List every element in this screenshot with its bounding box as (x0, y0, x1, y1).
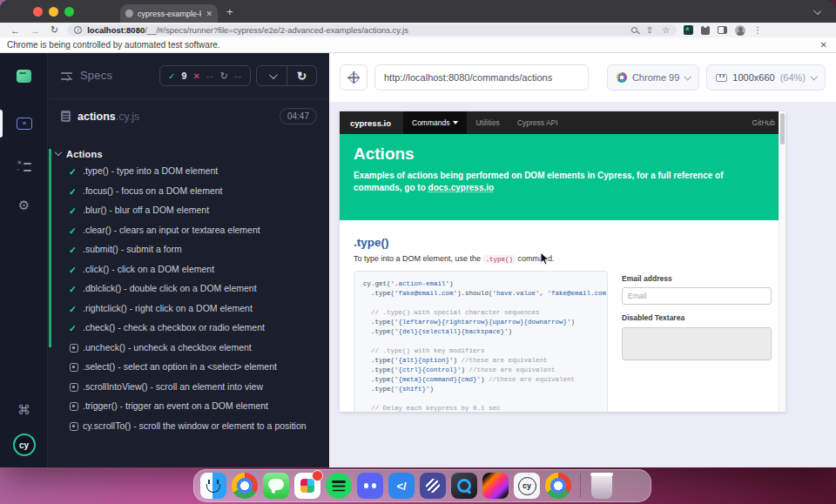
code-window-icon: ‹› (17, 118, 32, 130)
window-minimize-button[interactable] (49, 7, 58, 17)
check-icon: ✓ (69, 205, 83, 216)
rail-settings-button[interactable]: ⚙ (0, 186, 48, 225)
cypress-extension-icon[interactable] (684, 25, 693, 35)
dock-linear-icon[interactable] (420, 473, 446, 499)
test-row[interactable]: ✓.clear() - clears an input or textarea … (49, 223, 329, 243)
dock-gradient-icon[interactable] (482, 473, 509, 499)
dock-messages-icon[interactable] (263, 473, 289, 499)
aut-navbar: cypress.io Commands Utilities Cypress AP… (340, 111, 785, 134)
rail-runs-button[interactable]: ‹› (0, 104, 48, 143)
test-row[interactable]: ✓.type() - type into a DOM element (49, 164, 329, 184)
dock: </ (193, 469, 651, 502)
aut-content: .type() To type into a DOM element, use … (340, 220, 785, 412)
viewport-select[interactable]: 1000x660 (64%) (706, 64, 826, 91)
browser-menu-icon[interactable]: ⋮ (753, 25, 762, 35)
window-close-button[interactable] (33, 7, 43, 17)
desktop: cypress-example-kitchensink ✕ + ← → ↻ i … (0, 0, 836, 504)
test-label: .click() - click on a DOM element (83, 262, 214, 276)
runner-stage: cypress.io Commands Utilities Cypress AP… (329, 102, 836, 467)
check-icon: ✓ (69, 225, 83, 236)
test-row[interactable]: .select() - select an option in a <selec… (49, 360, 329, 380)
collapse-all-button[interactable] (257, 66, 287, 85)
email-field[interactable] (622, 287, 772, 305)
browser-select[interactable]: Chrome 99 (607, 64, 699, 91)
test-rows: ✓.type() - type into a DOM element✓.focu… (49, 164, 329, 438)
nav-cypress-api[interactable]: Cypress API (509, 111, 567, 134)
rail-shortcuts-button[interactable]: ⌘ (0, 391, 48, 429)
tab-search-chevron-icon[interactable] (813, 7, 821, 15)
rail-debug-button[interactable] (0, 148, 48, 186)
docs-link[interactable]: docs.cypress.io (428, 183, 495, 192)
dock-trash-icon[interactable] (591, 473, 612, 499)
inline-code: .type() (483, 255, 516, 264)
side-panel-icon[interactable] (718, 26, 727, 34)
profile-avatar[interactable] (735, 25, 745, 36)
dock-discord-icon[interactable] (357, 473, 383, 499)
site-info-icon[interactable]: i (74, 26, 82, 34)
passed-check-icon: ✓ (168, 71, 175, 81)
suite-collapse-chevron-icon (55, 149, 62, 156)
new-tab-button[interactable]: + (226, 5, 233, 18)
aut-url-field[interactable]: http://localhost:8080/commands/actions (374, 64, 589, 91)
test-row[interactable]: ✓.focus() - focus on a DOM element (49, 184, 329, 204)
aut-scrollbar[interactable] (779, 111, 785, 412)
forward-icon[interactable]: → (30, 25, 40, 36)
test-row[interactable]: ✓.check() - check a checkbox or radio el… (49, 320, 329, 340)
test-row[interactable]: ✓.dblclick() - double click on a DOM ele… (49, 281, 329, 301)
aut-brand[interactable]: cypress.io (350, 118, 391, 128)
spec-row[interactable]: actions.cy.js 04:47 (49, 99, 329, 134)
test-row[interactable]: ✓.blur() - blur off a DOM element (49, 203, 329, 223)
aut-hero-banner: Actions Examples of actions being perfor… (340, 134, 785, 220)
extensions-puzzle-icon[interactable] (701, 26, 710, 35)
back-icon[interactable]: ← (10, 25, 20, 36)
rail-specs-button[interactable] (0, 57, 48, 95)
check-icon: ✓ (69, 245, 83, 255)
test-row[interactable]: ✓.rightclick() - right click on a DOM el… (49, 301, 329, 321)
debug-list-icon (17, 162, 31, 173)
refresh-icon: ↻ (297, 70, 307, 83)
test-row[interactable]: ✓.click() - click on a DOM element (49, 262, 329, 282)
dock-cypress-icon[interactable] (514, 473, 540, 499)
viewport-size: 1000x660 (732, 72, 774, 83)
zoom-icon[interactable] (631, 27, 637, 33)
test-row[interactable]: .trigger() - trigger an event on a DOM e… (49, 399, 329, 419)
rerun-tests-button[interactable]: ↻ (287, 66, 316, 85)
email-label: Email address (622, 274, 772, 283)
test-row[interactable]: cy.scrollTo() - scroll the window or ele… (49, 419, 329, 439)
dock-chrome-icon[interactable] (232, 473, 258, 499)
nav-utilities[interactable]: Utilities (467, 111, 508, 134)
infobar-close-icon[interactable]: ✕ (820, 40, 827, 50)
dock-finder-icon[interactable] (200, 473, 226, 499)
reload-icon[interactable]: ↻ (51, 24, 58, 36)
nav-commands[interactable]: Commands (403, 111, 467, 134)
share-icon[interactable]: ⇧ (646, 26, 653, 35)
check-icon: ✓ (69, 186, 83, 197)
test-row[interactable]: .scrollIntoView() - scroll an element in… (49, 380, 329, 400)
test-stats[interactable]: ✓ 9 ✕ -- ↻ -- (159, 65, 251, 86)
tab-close-icon[interactable]: ✕ (206, 10, 212, 18)
nav-github[interactable]: GitHub (752, 118, 775, 127)
selector-playground-button[interactable] (340, 64, 367, 91)
test-label: cy.scrollTo() - scroll the window or ele… (83, 419, 307, 433)
rail-cypress-logo[interactable]: cy (0, 426, 48, 464)
test-row[interactable]: .uncheck() - uncheck a checkbox element (49, 340, 329, 360)
bookmark-star-icon[interactable]: ☆ (662, 26, 670, 35)
suite-header[interactable]: Actions (49, 144, 329, 164)
check-icon: ✓ (69, 323, 83, 333)
scrollbar-thumb[interactable] (780, 113, 785, 144)
dock-vscode-icon[interactable]: </ (388, 473, 415, 499)
url-text: localhost:8080/__/#/specs/runner?file=cy… (87, 25, 626, 35)
url-host: localhost:8080 (87, 25, 145, 35)
url-path: /__/#/specs/runner?file=cypress/e2e/2-ad… (145, 25, 408, 35)
check-icon: ✓ (69, 265, 83, 275)
dock-chrome2-icon[interactable] (545, 473, 571, 499)
test-row[interactable]: ✓.submit() - submit a form (49, 242, 329, 262)
dock-quicktime-icon[interactable] (451, 473, 477, 499)
window-maximize-button[interactable] (64, 7, 74, 17)
dock-slack-icon[interactable] (294, 473, 320, 499)
browser-tab[interactable]: cypress-example-kitchensink ✕ (120, 4, 218, 23)
disabled-textarea (622, 327, 772, 360)
mouse-cursor (540, 252, 550, 265)
dock-spotify-icon[interactable] (326, 473, 352, 499)
address-bar[interactable]: i localhost:8080/__/#/specs/runner?file=… (67, 24, 677, 36)
